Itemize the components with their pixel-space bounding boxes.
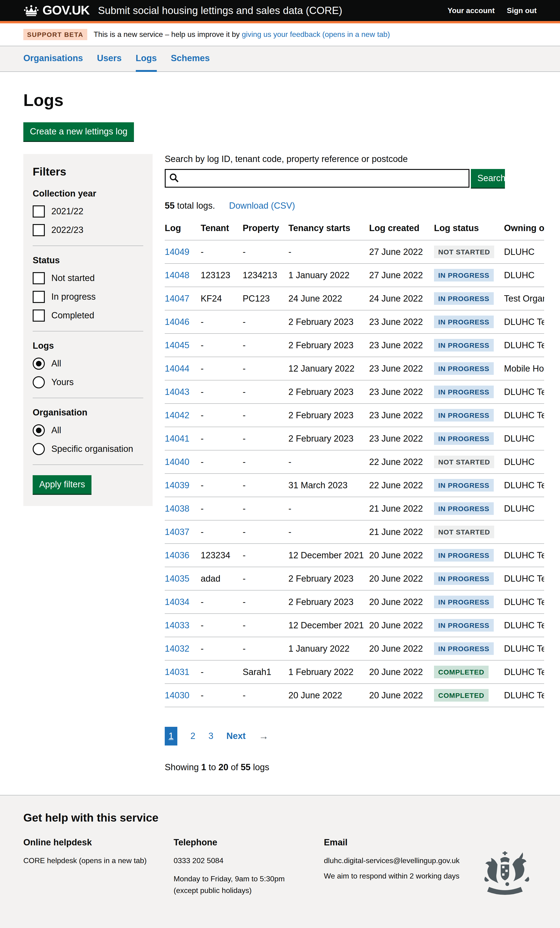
feedback-link[interactable]: giving us your feedback (opens in a new … bbox=[242, 31, 390, 38]
cell-property: - bbox=[243, 450, 288, 473]
checkbox[interactable] bbox=[33, 291, 45, 303]
log-link[interactable]: 14046 bbox=[165, 317, 189, 327]
tab-users[interactable]: Users bbox=[97, 46, 122, 72]
checkbox-option-in-progress[interactable]: In progress bbox=[33, 291, 143, 303]
cell-tenant: - bbox=[201, 497, 243, 520]
summary-total: 55 bbox=[241, 762, 250, 772]
divider bbox=[33, 246, 143, 246]
radio-option-specific-organisation[interactable]: Specific organisation bbox=[33, 443, 143, 455]
log-link[interactable]: 14035 bbox=[165, 574, 189, 583]
checkbox-option-2021-22[interactable]: 2021/22 bbox=[33, 205, 143, 218]
log-link[interactable]: 14043 bbox=[165, 387, 189, 397]
checkbox[interactable] bbox=[33, 205, 45, 218]
your-account-link[interactable]: Your account bbox=[447, 6, 495, 15]
tab-schemes[interactable]: Schemes bbox=[171, 46, 210, 72]
arrow-right-icon: → bbox=[259, 731, 269, 742]
checkbox-option-not-started[interactable]: Not started bbox=[33, 272, 143, 284]
cell-owning-organisation: DLUHC Te bbox=[504, 334, 544, 357]
option-label: All bbox=[51, 359, 61, 369]
radio-option-all[interactable]: All bbox=[33, 424, 143, 437]
pagination-next[interactable]: Next bbox=[226, 731, 246, 741]
cell-tenant: - bbox=[201, 473, 243, 497]
table-row: 14035adad-2 February 202320 June 2022IN … bbox=[165, 567, 544, 590]
radio-button[interactable] bbox=[33, 357, 45, 370]
radio-button[interactable] bbox=[33, 376, 45, 388]
search-input[interactable] bbox=[165, 169, 470, 188]
filter-group-title-logs: Logs bbox=[33, 341, 143, 351]
cell-owning-organisation: DLUHC bbox=[504, 240, 544, 264]
sign-out-link[interactable]: Sign out bbox=[507, 6, 537, 15]
email-link[interactable]: dluhc.digital-services@levellingup.gov.u… bbox=[324, 856, 460, 864]
gov-uk-logo[interactable]: GOV.UK bbox=[23, 3, 90, 18]
log-link[interactable]: 14034 bbox=[165, 597, 189, 607]
log-link[interactable]: 14045 bbox=[165, 340, 189, 350]
checkbox[interactable] bbox=[33, 272, 45, 284]
radio-button[interactable] bbox=[33, 424, 45, 437]
option-label: Yours bbox=[51, 377, 74, 388]
checkbox[interactable] bbox=[33, 310, 45, 322]
log-link[interactable]: 14039 bbox=[165, 480, 189, 490]
telephone-title: Telephone bbox=[174, 838, 324, 848]
cell-tenant: KF24 bbox=[201, 287, 243, 310]
cell-log-created: 27 June 2022 bbox=[369, 264, 434, 287]
log-link[interactable]: 14037 bbox=[165, 527, 189, 537]
table-row: 14038---21 June 2022IN PROGRESSDLUHC bbox=[165, 497, 544, 520]
cell-log-created: 22 June 2022 bbox=[369, 450, 434, 473]
search-button[interactable]: Search bbox=[471, 169, 505, 188]
cell-tenant: 123123 bbox=[201, 264, 243, 287]
cell-property: - bbox=[243, 614, 288, 637]
tab-organisations[interactable]: Organisations bbox=[23, 46, 83, 72]
pagination-page-3[interactable]: 3 bbox=[208, 731, 213, 741]
cell-log-created: 21 June 2022 bbox=[369, 497, 434, 520]
radio-option-all[interactable]: All bbox=[33, 357, 143, 370]
table-row: 14032--1 January 202220 June 2022IN PROG… bbox=[165, 637, 544, 660]
log-link[interactable]: 14040 bbox=[165, 457, 189, 467]
service-name[interactable]: Submit social housing lettings and sales… bbox=[98, 5, 342, 17]
cell-tenancy-starts: - bbox=[288, 450, 369, 473]
summary-from: 1 bbox=[201, 762, 206, 772]
email-note: We aim to respond within 2 working days bbox=[324, 871, 501, 881]
log-link[interactable]: 14036 bbox=[165, 550, 189, 560]
total-logs-text: 55 total logs. bbox=[165, 201, 215, 211]
log-link[interactable]: 14042 bbox=[165, 410, 189, 420]
total-logs-suffix: total logs. bbox=[174, 201, 215, 211]
cell-owning-organisation: Mobile Ho bbox=[504, 357, 544, 380]
checkbox[interactable] bbox=[33, 224, 45, 236]
radio-button[interactable] bbox=[33, 443, 45, 455]
checkbox-option-completed[interactable]: Completed bbox=[33, 310, 143, 322]
log-link[interactable]: 14033 bbox=[165, 620, 189, 630]
tab-logs[interactable]: Logs bbox=[136, 46, 157, 72]
checkbox-option-2022-23[interactable]: 2022/23 bbox=[33, 224, 143, 236]
log-link[interactable]: 14030 bbox=[165, 690, 189, 700]
cell-tenant: 123234 bbox=[201, 543, 243, 567]
cell-tenancy-starts: 20 June 2022 bbox=[288, 684, 369, 707]
cell-property: - bbox=[243, 497, 288, 520]
log-link[interactable]: 14031 bbox=[165, 667, 189, 677]
log-link[interactable]: 14038 bbox=[165, 504, 189, 513]
status-badge: IN PROGRESS bbox=[434, 479, 493, 491]
log-link[interactable]: 14047 bbox=[165, 293, 189, 303]
cell-tenancy-starts: 24 June 2022 bbox=[288, 287, 369, 310]
log-link[interactable]: 14041 bbox=[165, 433, 189, 443]
create-lettings-log-button[interactable]: Create a new lettings log bbox=[23, 122, 134, 141]
page-title: Logs bbox=[23, 90, 560, 110]
radio-option-yours[interactable]: Yours bbox=[33, 376, 143, 388]
logs-table-wrapper: LogTenantPropertyTenancy startsLog creat… bbox=[165, 218, 544, 707]
summary-text: to bbox=[206, 762, 219, 772]
log-link[interactable]: 14049 bbox=[165, 247, 189, 256]
cell-tenant: - bbox=[201, 520, 243, 543]
pagination-page-2[interactable]: 2 bbox=[191, 731, 195, 741]
table-row: 14039--31 March 202322 June 2022IN PROGR… bbox=[165, 473, 544, 497]
telephone-hours: Monday to Friday, 9am to 5:30pm bbox=[174, 873, 324, 884]
download-csv-link[interactable]: Download (CSV) bbox=[229, 201, 295, 211]
pagination: 123Next → bbox=[165, 727, 544, 745]
log-link[interactable]: 14048 bbox=[165, 270, 189, 280]
pagination-page-1[interactable]: 1 bbox=[165, 727, 177, 745]
log-link[interactable]: 14032 bbox=[165, 644, 189, 653]
apply-filters-button[interactable]: Apply filters bbox=[33, 475, 92, 494]
status-badge: COMPLETED bbox=[434, 665, 488, 678]
cell-property: - bbox=[243, 334, 288, 357]
log-link[interactable]: 14044 bbox=[165, 363, 189, 373]
core-helpdesk-link[interactable]: CORE helpdesk (opens in a new tab) bbox=[23, 856, 146, 864]
cell-log-created: 20 June 2022 bbox=[369, 543, 434, 567]
